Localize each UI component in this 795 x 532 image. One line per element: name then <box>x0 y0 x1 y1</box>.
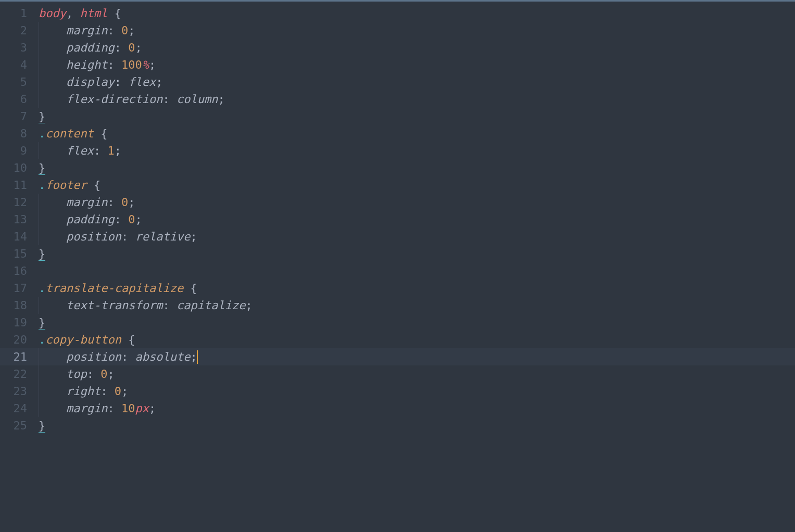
code-line[interactable]: position: relative; <box>36 228 795 245</box>
line-number[interactable]: 22 <box>0 365 36 383</box>
code-line[interactable]: display: flex; <box>36 73 795 91</box>
line-number[interactable]: 18 <box>0 297 36 314</box>
code-line[interactable]: body, html { <box>36 5 795 22</box>
token-unit: px <box>135 402 149 415</box>
token-prop: padding <box>66 213 115 226</box>
token-prop: display <box>66 75 115 88</box>
line-number[interactable]: 9 <box>0 142 36 159</box>
token-prop: position <box>66 350 121 363</box>
token-dot: . <box>39 333 45 346</box>
code-line[interactable]: margin: 0; <box>36 22 795 39</box>
code-area[interactable]: body, html { margin: 0; padding: 0; heig… <box>36 2 795 532</box>
token-num: 0 <box>128 213 135 226</box>
token-punct: ; <box>245 299 252 312</box>
token-num: 0 <box>121 196 128 209</box>
token-tag: body <box>39 7 66 20</box>
token-brace-u: } <box>39 247 45 261</box>
line-number[interactable]: 20 <box>0 331 36 348</box>
line-number[interactable]: 7 <box>0 108 36 125</box>
token-num: 0 <box>100 368 107 381</box>
line-number[interactable]: 21 <box>0 348 36 365</box>
token-dot: . <box>39 179 45 192</box>
token-brace-u: } <box>39 419 45 433</box>
code-editor[interactable]: 1234567891011121314151617181920212223242… <box>0 2 795 532</box>
token-punct: ; <box>128 196 135 209</box>
code-line[interactable]: margin: 0; <box>36 194 795 211</box>
line-number[interactable]: 24 <box>0 400 36 417</box>
code-line[interactable]: flex: 1; <box>36 142 795 159</box>
token-brace-u: } <box>39 161 45 175</box>
token-class: copy-button <box>45 333 121 346</box>
token-punct: : <box>121 350 135 363</box>
code-line[interactable]: top: 0; <box>36 365 795 383</box>
token-punct: ; <box>128 24 135 37</box>
line-number[interactable]: 2 <box>0 22 36 39</box>
token-punct: : <box>115 41 129 54</box>
token-prop: top <box>66 368 87 381</box>
token-punct <box>183 282 190 295</box>
token-punct: : <box>94 144 108 157</box>
token-num: 1 <box>107 144 114 157</box>
token-prop: text-transform <box>66 299 162 312</box>
code-line[interactable]: flex-direction: column; <box>36 91 795 108</box>
line-number[interactable]: 15 <box>0 245 36 262</box>
token-punct: ; <box>115 144 121 157</box>
token-kw: relative <box>135 230 190 243</box>
line-number[interactable]: 25 <box>0 417 36 434</box>
token-punct: ; <box>190 230 197 243</box>
code-line[interactable]: height: 100%; <box>36 56 795 73</box>
line-number[interactable]: 13 <box>0 211 36 228</box>
code-line[interactable]: .copy-button { <box>36 331 795 348</box>
line-number[interactable]: 11 <box>0 176 36 194</box>
token-punct: : <box>107 24 121 37</box>
token-punct: : <box>107 58 121 71</box>
line-number[interactable]: 5 <box>0 73 36 91</box>
token-unit: % <box>142 58 149 71</box>
code-line[interactable]: padding: 0; <box>36 39 795 56</box>
line-number[interactable]: 6 <box>0 91 36 108</box>
line-number[interactable]: 23 <box>0 383 36 400</box>
token-prop: height <box>66 58 107 71</box>
line-number[interactable]: 16 <box>0 262 36 280</box>
code-line[interactable]: } <box>36 108 795 125</box>
line-number[interactable]: 4 <box>0 56 36 73</box>
line-number[interactable]: 1 <box>0 5 36 22</box>
line-number-gutter[interactable]: 1234567891011121314151617181920212223242… <box>0 2 36 532</box>
code-line[interactable]: right: 0; <box>36 383 795 400</box>
code-line[interactable]: } <box>36 314 795 331</box>
code-line[interactable]: .content { <box>36 125 795 142</box>
line-number[interactable]: 17 <box>0 280 36 297</box>
token-num: 100 <box>121 58 142 71</box>
code-line[interactable]: .footer { <box>36 176 795 194</box>
line-number[interactable]: 10 <box>0 159 36 176</box>
token-brace: { <box>94 179 100 192</box>
code-line[interactable]: } <box>36 245 795 262</box>
token-prop: flex <box>66 144 94 157</box>
token-prop: right <box>66 385 100 398</box>
code-line[interactable] <box>36 262 795 280</box>
code-line[interactable]: } <box>36 159 795 176</box>
token-punct: ; <box>149 402 156 415</box>
line-number[interactable]: 8 <box>0 125 36 142</box>
code-line[interactable]: position: absolute; <box>36 348 795 365</box>
token-kw: capitalize <box>176 299 245 312</box>
token-prop: padding <box>66 41 115 54</box>
line-number[interactable]: 3 <box>0 39 36 56</box>
line-number[interactable]: 19 <box>0 314 36 331</box>
token-prop: margin <box>66 196 107 209</box>
token-prop: flex-direction <box>66 93 162 106</box>
code-line[interactable]: text-transform: capitalize; <box>36 297 795 314</box>
code-line[interactable]: padding: 0; <box>36 211 795 228</box>
code-line[interactable]: margin: 10px; <box>36 400 795 417</box>
token-punct <box>87 179 94 192</box>
token-punct: ; <box>218 93 224 106</box>
token-punct: : <box>100 385 115 398</box>
token-class: translate-capitalize <box>45 282 183 295</box>
token-punct: ; <box>121 385 128 398</box>
line-number[interactable]: 12 <box>0 194 36 211</box>
text-cursor <box>197 350 198 364</box>
code-line[interactable]: } <box>36 417 795 434</box>
token-punct: ; <box>190 350 197 363</box>
code-line[interactable]: .translate-capitalize { <box>36 280 795 297</box>
line-number[interactable]: 14 <box>0 228 36 245</box>
